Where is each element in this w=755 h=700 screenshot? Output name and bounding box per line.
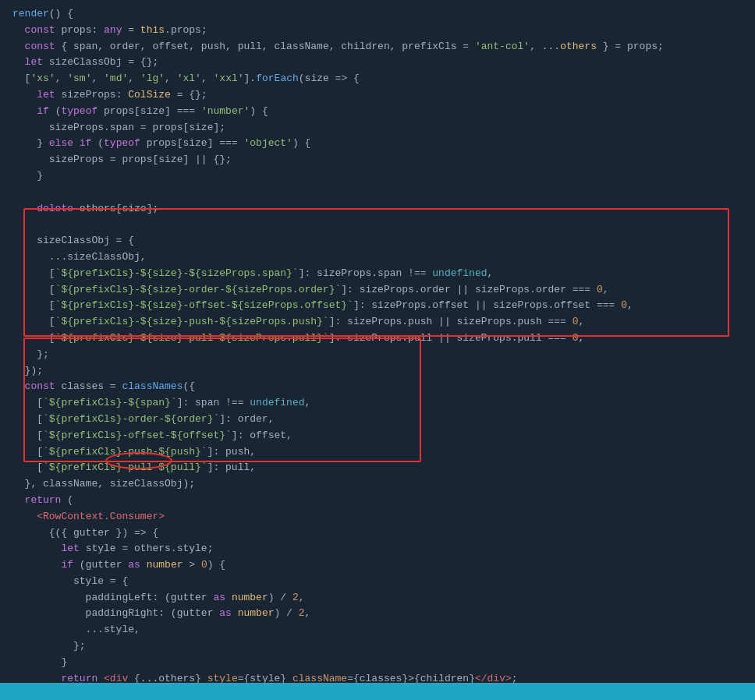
token: 2 — [292, 590, 299, 606]
token: 0 — [572, 331, 579, 347]
code-line-3: const { span, order, offset, push, pull,… — [0, 39, 755, 55]
token: [ — [12, 331, 55, 347]
token: = {}; — [171, 87, 207, 104]
token: ]: sizeProps.order || sizeProps.order ==… — [341, 282, 597, 299]
token: ) / — [268, 590, 292, 606]
token: 2 — [299, 606, 305, 622]
token: number — [232, 590, 268, 606]
code-line-16: ...sizeClassObj, — [0, 249, 755, 266]
token: props: — [55, 23, 104, 39]
token: ...style, — [12, 622, 140, 638]
token: , — [201, 71, 214, 87]
code-line-39: ...style, — [0, 622, 755, 638]
token: else if — [49, 136, 92, 152]
status-bar — [0, 683, 755, 700]
code-line-22: }; — [0, 347, 755, 363]
code-line-41: } — [0, 655, 755, 671]
token: style = { — [12, 574, 128, 590]
token — [140, 557, 147, 574]
token: typeof — [61, 104, 97, 120]
token: const — [25, 23, 55, 39]
code-line-24: const classes = classNames({ — [0, 379, 755, 395]
code-line-30: }, className, sizeClassObj); — [0, 476, 755, 493]
code-line-32: <RowContext.Consumer> — [0, 509, 755, 525]
token — [225, 590, 232, 606]
token: classes = — [55, 379, 122, 395]
token: undefined — [250, 395, 304, 412]
token: <RowContext.Consumer> — [37, 509, 165, 525]
code-line-36: style = { — [0, 574, 755, 590]
token: [ — [12, 444, 43, 461]
token: let — [61, 541, 79, 557]
token: 'ant-col' — [475, 39, 530, 55]
token: `${prefixCls}-${size}-offset-${sizeProps… — [55, 298, 353, 314]
token: [ — [12, 282, 55, 299]
token — [12, 104, 37, 120]
code-line-13: delete others[size]; — [0, 201, 755, 217]
token: 'xxl' — [214, 71, 244, 87]
token: } — [12, 168, 43, 185]
token: , — [579, 331, 585, 347]
token — [232, 606, 238, 622]
code-line-23: }); — [0, 363, 755, 380]
token — [12, 557, 61, 574]
token: = — [122, 23, 140, 39]
token: { span, order, offset, push, pull, class… — [55, 39, 475, 55]
token — [12, 493, 25, 509]
code-line-19: [`${prefixCls}-${size}-offset-${sizeProp… — [0, 298, 755, 314]
token: ( — [49, 104, 62, 120]
token — [12, 87, 37, 104]
token — [12, 541, 61, 557]
token: `${prefixCls}-${size}-order-${sizeProps.… — [55, 282, 342, 299]
token: [ — [12, 71, 30, 87]
token: , — [128, 71, 140, 87]
token: ]: offset, — [232, 428, 292, 444]
token: typeof — [104, 136, 140, 152]
token: ]: sizeProps.push || sizeProps.push === — [329, 314, 572, 331]
token-others: others — [560, 39, 597, 55]
code-line-14 — [0, 217, 755, 233]
token: (size => { — [299, 71, 360, 87]
token: sizeProps.span = props[size]; — [12, 120, 225, 136]
code-line-34: let style = others.style; — [0, 541, 755, 557]
token: number — [238, 606, 275, 622]
code-line-35: if (gutter as number > 0) { — [0, 557, 755, 574]
token: 'sm' — [67, 71, 91, 87]
token: ...sizeClassObj, — [12, 249, 147, 266]
code-line-25: [`${prefixCls}-${span}`]: span !== undef… — [0, 395, 755, 412]
token: , — [91, 71, 104, 87]
code-line-12 — [0, 185, 755, 201]
token: }, className, sizeClassObj); — [12, 476, 195, 493]
token — [12, 509, 37, 525]
token: let — [37, 87, 55, 104]
token: sizeClassObj = { — [12, 233, 134, 249]
token: 'md' — [104, 71, 128, 87]
token: , — [299, 590, 305, 606]
token: , — [305, 395, 311, 412]
code-line-17: [`${prefixCls}-${size}-${sizeProps.span}… — [0, 266, 755, 282]
token: 'xl' — [177, 71, 201, 87]
token — [12, 23, 25, 39]
token: delete — [37, 201, 73, 217]
token: 0 — [572, 314, 579, 331]
token: 0 — [201, 557, 207, 574]
token: ( — [61, 493, 73, 509]
code-line-38: paddingRight: (gutter as number) / 2, — [0, 606, 755, 622]
token: number — [147, 557, 183, 574]
token: , — [603, 282, 609, 299]
token: ]: order, — [219, 412, 274, 428]
token: ({ — [183, 379, 195, 395]
token: , — [305, 606, 311, 622]
token: 'xs' — [30, 71, 55, 87]
code-line-31: return ( — [0, 493, 755, 509]
code-line-9: } else if (typeof props[size] === 'objec… — [0, 136, 755, 152]
token: , — [627, 298, 633, 314]
token: sizeProps = props[size] || {}; — [12, 152, 232, 168]
token: ) { — [250, 104, 268, 120]
token: (gutter — [73, 557, 128, 574]
token: [ — [12, 314, 55, 331]
token: 'number' — [201, 104, 250, 120]
code-line-11: } — [0, 168, 755, 185]
token: ]: push, — [207, 444, 256, 461]
token-this: this — [140, 23, 165, 39]
